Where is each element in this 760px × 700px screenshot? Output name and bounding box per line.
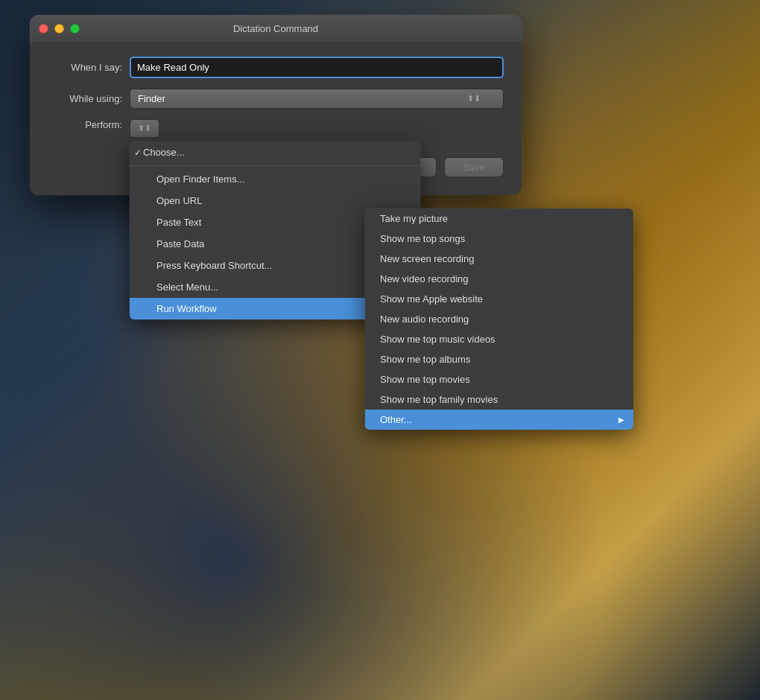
maximize-button[interactable] bbox=[70, 24, 80, 34]
menu-item-run-workflow-label: Run Workflow bbox=[156, 303, 217, 314]
menu-item-open-finder-label: Open Finder Items... bbox=[156, 174, 245, 185]
menu-item-paste-text-label: Paste Text bbox=[156, 217, 201, 228]
submenu-item-take-picture[interactable]: Take my picture bbox=[365, 209, 633, 229]
dictation-command-window: Dictation Command When I say: While usin… bbox=[30, 15, 522, 195]
run-workflow-submenu: Take my picture Show me top songs New sc… bbox=[365, 209, 633, 430]
submenu-item-apple-website[interactable]: Show me Apple website bbox=[365, 289, 633, 309]
submenu-item-audio-recording[interactable]: New audio recording bbox=[365, 309, 633, 329]
window-body: When I say: While using: Finder ⬆︎⬇︎ Per… bbox=[30, 42, 522, 195]
while-using-select[interactable]: Finder ⬆︎⬇︎ bbox=[130, 89, 504, 109]
submenu-item-top-movies-label: Show me top movies bbox=[380, 374, 470, 385]
submenu-item-take-picture-label: Take my picture bbox=[380, 213, 448, 224]
submenu-item-video-recording[interactable]: New video recording bbox=[365, 269, 633, 289]
submenu-item-video-recording-label: New video recording bbox=[380, 273, 469, 284]
perform-select-wrapper: ⬆︎⬇︎ Choose... Open Finder Items... Open… bbox=[130, 119, 504, 138]
perform-dropdown-trigger[interactable]: ⬆︎⬇︎ bbox=[130, 119, 159, 138]
traffic-lights bbox=[39, 24, 80, 34]
menu-item-choose-label: Choose... bbox=[143, 147, 185, 158]
submenu-item-screen-recording[interactable]: New screen recording bbox=[365, 249, 633, 269]
save-button[interactable]: Save bbox=[444, 157, 504, 177]
submenu-item-top-songs-label: Show me top songs bbox=[380, 233, 465, 244]
title-bar: Dictation Command bbox=[30, 15, 522, 42]
when-i-say-row: When I say: bbox=[48, 57, 504, 78]
while-label: While using: bbox=[48, 93, 130, 104]
minimize-button[interactable] bbox=[54, 24, 64, 34]
perform-label: Perform: bbox=[48, 119, 130, 130]
submenu-item-top-music-videos[interactable]: Show me top music videos bbox=[365, 329, 633, 349]
menu-item-open-finder[interactable]: Open Finder Items... bbox=[130, 168, 420, 190]
chevron-updown-icon-2: ⬆︎⬇︎ bbox=[138, 124, 151, 133]
submenu-item-top-family-movies[interactable]: Show me top family movies bbox=[365, 389, 633, 410]
while-using-value: Finder bbox=[138, 93, 165, 104]
menu-item-press-keyboard-label: Press Keyboard Shortcut... bbox=[156, 260, 272, 271]
menu-item-open-url-label: Open URL bbox=[156, 195, 202, 206]
chevron-updown-icon: ⬆︎⬇︎ bbox=[467, 94, 481, 104]
submenu-item-top-music-videos-label: Show me top music videos bbox=[380, 334, 495, 345]
submenu-item-other-label: Other... bbox=[380, 414, 412, 425]
perform-row: Perform: ⬆︎⬇︎ Choose... Open Finder Item… bbox=[48, 119, 504, 138]
menu-separator-1 bbox=[130, 165, 420, 166]
while-using-row: While using: Finder ⬆︎⬇︎ bbox=[48, 89, 504, 109]
menu-item-choose[interactable]: Choose... bbox=[130, 141, 420, 163]
when-input[interactable] bbox=[130, 57, 504, 78]
submenu-item-top-family-movies-label: Show me top family movies bbox=[380, 394, 498, 405]
submenu-item-top-movies[interactable]: Show me top movies bbox=[365, 369, 633, 389]
submenu-item-top-songs[interactable]: Show me top songs bbox=[365, 229, 633, 249]
submenu-item-top-albums-label: Show me top albums bbox=[380, 354, 470, 365]
menu-item-paste-data-label: Paste Data bbox=[156, 238, 204, 249]
close-button[interactable] bbox=[39, 24, 48, 34]
submenu-item-other[interactable]: Other... bbox=[365, 410, 633, 430]
menu-item-select-menu-label: Select Menu... bbox=[156, 281, 218, 293]
submenu-item-audio-recording-label: New audio recording bbox=[380, 314, 469, 325]
submenu-item-apple-website-label: Show me Apple website bbox=[380, 293, 483, 305]
submenu-item-screen-recording-label: New screen recording bbox=[380, 253, 474, 264]
when-label: When I say: bbox=[48, 62, 130, 73]
while-using-select-wrapper: Finder ⬆︎⬇︎ bbox=[130, 89, 504, 109]
window-title: Dictation Command bbox=[233, 23, 318, 34]
submenu-item-top-albums[interactable]: Show me top albums bbox=[365, 349, 633, 369]
